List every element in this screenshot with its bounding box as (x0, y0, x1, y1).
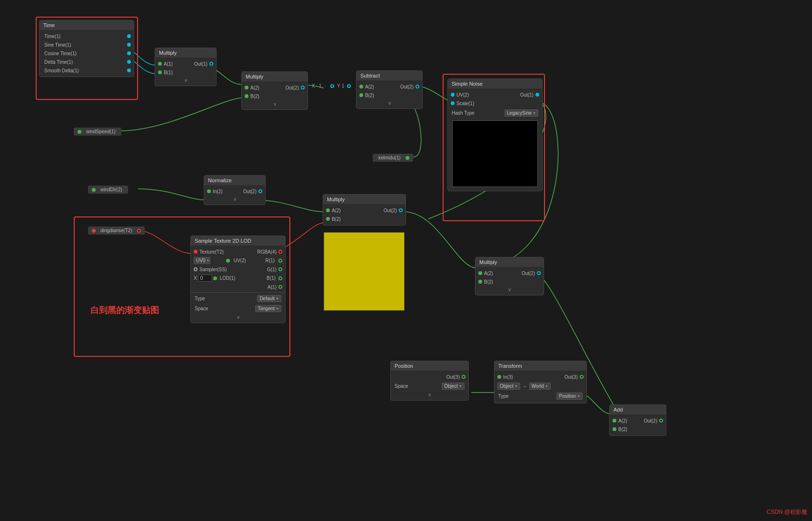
port-winddir-out[interactable] (92, 188, 96, 192)
node-time[interactable]: Time Time(1) Sine Time(1) Cosine Time(1)… (39, 20, 134, 77)
noise-row-scale: Scale(1) (448, 99, 542, 108)
port-m3-a-in[interactable] (326, 208, 330, 212)
transform-row-io: In(3) Out(3) (495, 373, 586, 381)
node-multiply2[interactable]: Multiply A(2) Out(2) B(2) ∨ (241, 71, 308, 110)
position-space-dropdown[interactable]: Object (442, 383, 465, 390)
port-sub-a-in[interactable] (359, 85, 363, 88)
texture-row-texture: Texture(T2) RGBA(4) (191, 247, 285, 256)
node-simple-noise[interactable]: Simple Noise UV(2) Out(1) Scale(1) Hash … (447, 79, 543, 191)
port-cosine-out[interactable] (127, 51, 131, 55)
port-time-out[interactable] (127, 34, 131, 38)
port-tf-out[interactable] (580, 375, 584, 379)
node-multiply1[interactable]: Multiply A(1) Out(1) B(1) ∨ (155, 48, 217, 86)
node-windspeed[interactable]: windSpeed(1) (74, 128, 121, 136)
subtract-row-b: B(2) (356, 91, 422, 99)
port-m3-b-in[interactable] (326, 217, 330, 221)
multiply3-row-b: B(2) (323, 215, 406, 223)
multiply4-chevron: ∨ (475, 286, 544, 293)
port-smooth-out[interactable] (127, 69, 131, 72)
node-sample-texture[interactable]: Sample Texture 2D LOD Texture(T2) RGBA(4… (190, 236, 286, 323)
transform-from-dropdown[interactable]: Object (497, 383, 520, 390)
port-y1-out[interactable] (347, 84, 351, 88)
transform-to-dropdown[interactable]: World (529, 383, 551, 390)
port-delta-out[interactable] (127, 60, 131, 64)
port-tex-texture-in[interactable] (194, 250, 198, 254)
port-m2-b-in[interactable] (245, 94, 248, 98)
uv-dropdown[interactable]: UV0 (194, 257, 210, 264)
noise-hash-row: Hash Type LegacySine (448, 108, 542, 118)
node-multiply3-header: Multiply (323, 195, 406, 204)
multiply3-row-a: A(2) Out(2) (323, 206, 406, 215)
port-sine-out[interactable] (127, 43, 131, 47)
position-chevron: ∨ (391, 391, 468, 398)
subtract-row-a: A(2) Out(2) (356, 82, 422, 91)
node-winddir[interactable]: windDir(2) (88, 186, 128, 194)
node-kelmidu[interactable]: kelmidu(1) (373, 154, 413, 162)
position-row-out: Out(3) (391, 373, 468, 381)
port-m4-a-in[interactable] (478, 271, 482, 275)
port-tf-in[interactable] (497, 375, 501, 379)
node-time-header: Time (40, 20, 134, 30)
port-tex-sampler-in[interactable] (194, 267, 198, 271)
lod-x-input[interactable]: 0 (198, 275, 212, 282)
port-m2-a-in[interactable] (245, 86, 248, 89)
port-add-a-in[interactable] (613, 419, 616, 423)
port-m4-b-in[interactable] (478, 280, 482, 284)
node-position[interactable]: Position Out(3) Space Object ∨ (390, 361, 469, 401)
port-tex-g-out[interactable] (278, 267, 282, 271)
add-row-b: B(2) (610, 425, 666, 433)
space-dropdown[interactable]: Tangent (255, 305, 281, 312)
texture-space-row: Space Tangent (191, 304, 285, 314)
node-transform[interactable]: Transform In(3) Out(3) Object → World Ty… (494, 361, 587, 403)
multiply2-row-b: B(2) (242, 92, 307, 100)
hash-type-dropdown[interactable]: LegacySine (505, 109, 538, 117)
port-noise-out[interactable] (535, 93, 539, 97)
port-x1-out[interactable] (330, 84, 334, 88)
type-dropdown[interactable]: Default (257, 295, 281, 302)
node-multiply4[interactable]: Multiply A(2) Out(2) B(2) ∨ (475, 257, 544, 295)
time-output-smooth: Smooth Delta(1) (40, 66, 134, 75)
port-tex-uv-in[interactable] (226, 259, 230, 263)
port-noise-uv-in[interactable] (451, 93, 455, 97)
port-dingdianse-in[interactable] (137, 229, 141, 233)
transform-type-dropdown[interactable]: Position (556, 393, 583, 400)
node-add[interactable]: Add A(2) Out(2) B(2) (609, 404, 666, 436)
port-sub-out[interactable] (416, 85, 419, 88)
port-m1-out[interactable] (209, 62, 213, 66)
port-pos-out[interactable] (462, 375, 465, 379)
add-row-a: A(2) Out(2) (610, 416, 666, 425)
port-norm-out[interactable] (258, 189, 262, 193)
port-kelmidu-out[interactable] (406, 156, 409, 160)
port-m1-b-in[interactable] (158, 70, 162, 74)
port-dingdianse-out[interactable] (92, 229, 96, 233)
multiply1-chevron: ∨ (155, 77, 216, 84)
node-dingdianse[interactable]: dingdianse(T2) (88, 226, 145, 235)
port-add-out[interactable] (659, 419, 663, 423)
transform-type-row: Type Position (495, 391, 586, 401)
port-tex-r-out[interactable] (278, 259, 282, 263)
port-tex-rgba-out[interactable] (278, 250, 282, 254)
time-output-cosine: Cosine Time(1) (40, 49, 134, 58)
port-tex-lod-in[interactable] (213, 276, 217, 280)
node-subtract[interactable]: Subtract A(2) Out(2) B(2) ∨ (356, 70, 423, 109)
port-m3-out[interactable] (399, 208, 403, 212)
port-tex-a-out[interactable] (278, 285, 282, 289)
node-multiply3[interactable]: Multiply A(2) Out(2) B(2) (323, 194, 406, 226)
port-norm-in[interactable] (207, 189, 211, 193)
port-tex-b-out[interactable] (278, 276, 282, 280)
port-m4-out[interactable] (537, 271, 541, 275)
port-sub-b-in[interactable] (359, 93, 363, 97)
yellow-preview (324, 232, 405, 311)
node-normalize[interactable]: Normalize In(2) Out(2) ∨ (204, 175, 266, 205)
node-normalize-header: Normalize (204, 176, 265, 185)
texture-row-uv: UV0 UV(2) R(1) (191, 256, 285, 265)
port-noise-scale-in[interactable] (451, 101, 455, 105)
port-add-b-in[interactable] (613, 427, 616, 431)
port-m1-a-in[interactable] (158, 62, 162, 66)
node-add-header: Add (610, 405, 666, 414)
texture-type-row: Type Default (191, 294, 285, 304)
node-transform-header: Transform (495, 361, 586, 371)
port-windspeed-out[interactable] (78, 130, 81, 134)
port-m2-out[interactable] (301, 86, 305, 89)
inline-xy-labels: X · 1 · Y 1 (312, 83, 351, 88)
